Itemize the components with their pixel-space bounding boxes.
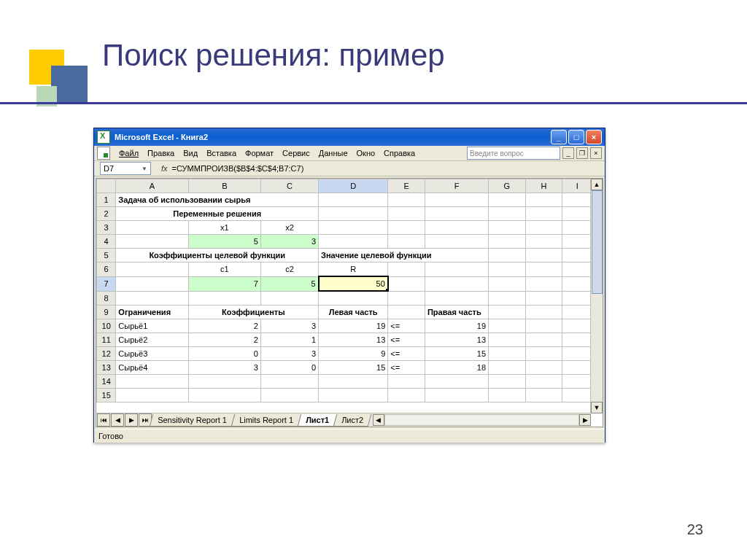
cell[interactable]: Переменные решения [116,207,319,221]
row-header-1[interactable]: 1 [97,193,116,207]
cell[interactable]: Сырьё3 [116,347,188,361]
workbook-restore-button[interactable]: ❐ [576,147,588,159]
tab-nav-prev-icon[interactable]: ◀ [111,413,124,427]
vertical-scrollbar[interactable]: ▲ ▼ [590,179,603,413]
cell[interactable]: 3 [188,361,260,375]
cell[interactable]: Правая часть [425,306,488,319]
row-header-8[interactable]: 8 [97,291,116,306]
cell[interactable]: <= [388,347,425,361]
active-cell[interactable]: 50 [319,276,388,291]
cell[interactable]: 15 [319,361,388,375]
window-titlebar[interactable]: Microsoft Excel - Книга2 _ □ × [94,128,605,146]
sheet-tab-active[interactable]: Лист1 [297,414,337,427]
cell[interactable]: Задача об использовании сырья [116,193,319,207]
menu-view[interactable]: Вид [179,149,202,158]
cell[interactable]: <= [388,319,425,333]
menu-help[interactable]: Справка [379,149,419,158]
cell[interactable]: 7 [188,276,260,291]
cell[interactable]: Сырьё4 [116,361,188,375]
select-all-cell[interactable] [97,179,116,193]
menu-format[interactable]: Формат [241,149,278,158]
menu-data[interactable]: Данные [314,149,352,158]
col-header-I[interactable]: I [562,179,592,193]
window-minimize-button[interactable]: _ [551,130,567,144]
horizontal-scrollbar[interactable]: ◀ ▶ [373,414,591,426]
cell[interactable]: 15 [425,347,488,361]
cell[interactable]: Левая часть [319,306,388,319]
sheet-tab[interactable]: Лист2 [333,414,372,427]
cell[interactable]: <= [388,333,425,347]
workbook-close-button[interactable]: × [590,147,602,159]
workbook-minimize-button[interactable]: _ [562,147,574,159]
cell[interactable]: 9 [319,347,388,361]
worksheet-grid[interactable]: A B C D E F G H I 1 Задача об использова… [96,178,603,427]
name-box[interactable]: D7▼ [100,162,151,175]
cell[interactable]: Ограничения [116,306,188,319]
col-header-F[interactable]: F [425,179,488,193]
sheet-tab[interactable]: Limits Report 1 [231,414,301,427]
row-header-10[interactable]: 10 [97,319,116,333]
row-header-6[interactable]: 6 [97,262,116,277]
row-header-15[interactable]: 15 [97,389,116,402]
col-header-G[interactable]: G [489,179,526,193]
col-header-E[interactable]: E [388,179,425,193]
sheet-tab[interactable]: Sensitivity Report 1 [150,414,235,427]
cell[interactable]: c1 [188,262,260,277]
ask-question-box[interactable]: Введите вопрос [467,147,560,160]
menu-tools[interactable]: Сервис [278,149,314,158]
cell[interactable]: 2 [188,319,260,333]
tab-nav-next-icon[interactable]: ▶ [125,413,138,427]
row-header-2[interactable]: 2 [97,207,116,221]
cell[interactable]: 3 [260,319,318,333]
menu-window[interactable]: Окно [352,149,380,158]
cell[interactable]: 2 [188,333,260,347]
cell[interactable]: 3 [260,347,318,361]
window-maximize-button[interactable]: □ [568,130,584,144]
scroll-down-icon[interactable]: ▼ [591,402,603,413]
tab-nav-first-icon[interactable]: ⏮ [97,413,110,427]
cell[interactable]: x1 [188,221,260,235]
cell[interactable]: R [319,262,388,277]
row-header-7[interactable]: 7 [97,276,116,291]
row-header-4[interactable]: 4 [97,235,116,249]
cell[interactable]: 0 [188,347,260,361]
row-header-3[interactable]: 3 [97,221,116,235]
cell[interactable]: 5 [260,276,318,291]
row-header-11[interactable]: 11 [97,333,116,347]
menu-insert[interactable]: Вставка [202,149,241,158]
document-icon[interactable] [97,147,110,160]
row-header-12[interactable]: 12 [97,347,116,361]
cell[interactable]: c2 [260,262,318,277]
cell[interactable]: 13 [425,333,488,347]
cell[interactable]: Сырьё1 [116,319,188,333]
cell[interactable]: Значение целевой функции [319,249,489,262]
cell[interactable]: 19 [319,319,388,333]
name-box-dropdown-icon[interactable]: ▼ [142,166,147,172]
cell[interactable]: 3 [260,235,318,249]
col-header-A[interactable]: A [116,179,188,193]
cell[interactable]: <= [388,361,425,375]
col-header-B[interactable]: B [188,179,260,193]
scroll-up-icon[interactable]: ▲ [591,179,603,190]
scroll-thumb[interactable] [592,190,603,294]
menu-file[interactable]: Файл [115,149,143,158]
cell[interactable]: Коэффициенты [188,306,318,319]
scroll-right-icon[interactable]: ▶ [579,414,591,426]
cell[interactable]: 5 [188,235,260,249]
cell[interactable]: 19 [425,319,488,333]
fx-label[interactable]: fx [161,164,168,173]
cell[interactable]: 18 [425,361,488,375]
row-header-9[interactable]: 9 [97,306,116,319]
row-header-13[interactable]: 13 [97,361,116,375]
row-header-5[interactable]: 5 [97,249,116,262]
menu-edit[interactable]: Правка [143,149,179,158]
col-header-H[interactable]: H [525,179,562,193]
col-header-C[interactable]: C [260,179,318,193]
cell[interactable]: 13 [319,333,388,347]
cell[interactable]: Коэффициенты целевой функции [116,249,319,262]
cell[interactable]: x2 [260,221,318,235]
window-close-button[interactable]: × [586,130,602,144]
cell[interactable]: Сырьё2 [116,333,188,347]
scroll-left-icon[interactable]: ◀ [373,414,384,426]
row-header-14[interactable]: 14 [97,375,116,389]
